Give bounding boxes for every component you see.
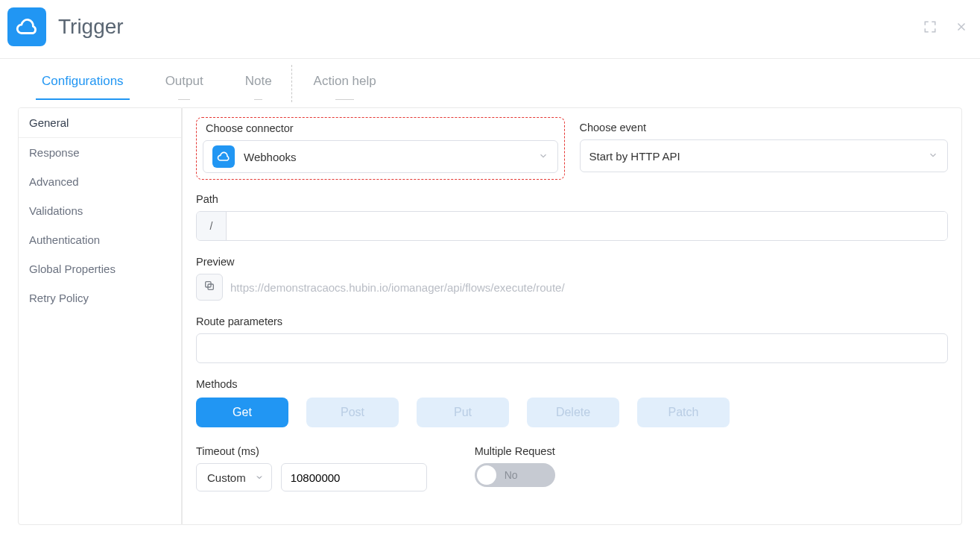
path-input-wrap: /: [196, 211, 948, 241]
row-timeout-multiple: Timeout (ms) Custom Multiple Request No: [196, 445, 948, 491]
sidebar-item-response[interactable]: Response: [19, 138, 181, 167]
route-params-label: Route parameters: [196, 315, 948, 327]
sidebar-item-retry-policy[interactable]: Retry Policy: [19, 283, 181, 312]
method-patch-button[interactable]: Patch: [637, 398, 730, 427]
tab-note-label: Note: [245, 74, 272, 88]
tab-output-label: Output: [165, 74, 203, 88]
timeout-mode-select[interactable]: Custom: [196, 463, 272, 491]
connector-highlight: Choose connector Webhooks: [196, 117, 565, 180]
route-params-input[interactable]: [196, 333, 948, 363]
header-right: [923, 20, 968, 34]
sidebar-item-global-properties[interactable]: Global Properties: [19, 254, 181, 283]
preview-url: https://demonstracaocs.hubin.io/iomanage…: [230, 281, 565, 294]
field-route-params: Route parameters: [196, 315, 948, 363]
methods-label: Methods: [196, 378, 948, 390]
field-event: Choose event Start by HTTP API: [580, 117, 949, 172]
field-multiple-request: Multiple Request No: [475, 445, 555, 487]
field-preview: Preview https://demonstracaocs.hubin.io/…: [196, 256, 948, 301]
multiple-request-toggle[interactable]: No: [475, 463, 555, 487]
sidebar: General Response Advanced Validations Au…: [18, 107, 182, 525]
sidebar-item-validations[interactable]: Validations: [19, 196, 181, 225]
body: General Response Advanced Validations Au…: [0, 100, 980, 534]
copy-button[interactable]: [196, 274, 223, 301]
method-post-button[interactable]: Post: [306, 398, 399, 427]
cloud-icon: [212, 145, 235, 168]
header: Trigger: [0, 0, 980, 59]
event-value: Start by HTTP API: [589, 150, 680, 163]
app-cloud-icon: [7, 7, 46, 46]
connector-select[interactable]: Webhooks: [203, 140, 558, 173]
chevron-down-icon: [928, 150, 938, 163]
content: Choose connector Webhooks: [182, 107, 962, 525]
tab-underline: [254, 99, 262, 100]
sidebar-item-authentication[interactable]: Authentication: [19, 225, 181, 254]
row-connector-event: Choose connector Webhooks: [196, 117, 948, 180]
tab-configurations[interactable]: Configurations: [42, 68, 124, 99]
event-select[interactable]: Start by HTTP API: [580, 139, 949, 172]
method-delete-button[interactable]: Delete: [527, 398, 619, 427]
method-put-button[interactable]: Put: [417, 398, 509, 427]
chevron-down-icon: [255, 471, 264, 484]
header-left: Trigger: [7, 7, 124, 46]
field-timeout: Timeout (ms) Custom: [196, 445, 427, 491]
tab-note[interactable]: Note: [245, 68, 272, 99]
tab-underline: [335, 99, 354, 100]
field-connector: Choose connector Webhooks: [196, 117, 565, 180]
path-input[interactable]: [227, 212, 947, 240]
page-title: Trigger: [58, 15, 124, 39]
multiple-request-label: Multiple Request: [475, 445, 555, 457]
path-label: Path: [196, 193, 948, 205]
close-icon[interactable]: [955, 20, 968, 34]
field-methods: Methods Get Post Put Delete Patch: [196, 378, 948, 427]
event-label: Choose event: [580, 122, 949, 134]
tabs: Configurations Output Note Action help: [0, 68, 980, 100]
toggle-state-label: No: [505, 469, 518, 481]
connector-label: Choose connector: [206, 122, 558, 134]
sidebar-item-advanced[interactable]: Advanced: [19, 167, 181, 196]
toggle-knob: [477, 465, 496, 485]
fullscreen-icon[interactable]: [923, 20, 937, 34]
timeout-label: Timeout (ms): [196, 445, 427, 457]
field-path: Path /: [196, 193, 948, 241]
tab-action-help-label: Action help: [314, 74, 376, 88]
preview-label: Preview: [196, 256, 948, 268]
chevron-down-icon: [538, 151, 549, 163]
tab-action-help[interactable]: Action help: [314, 68, 376, 99]
method-get-button[interactable]: Get: [196, 398, 288, 427]
tab-output[interactable]: Output: [165, 68, 203, 99]
tab-underline: [178, 99, 189, 100]
path-prefix: /: [197, 212, 227, 240]
connector-value: Webhooks: [244, 151, 297, 163]
timeout-mode-value: Custom: [207, 471, 246, 484]
timeout-value-input[interactable]: [281, 463, 427, 491]
copy-icon: [203, 280, 215, 295]
sidebar-item-general[interactable]: General: [19, 108, 181, 138]
